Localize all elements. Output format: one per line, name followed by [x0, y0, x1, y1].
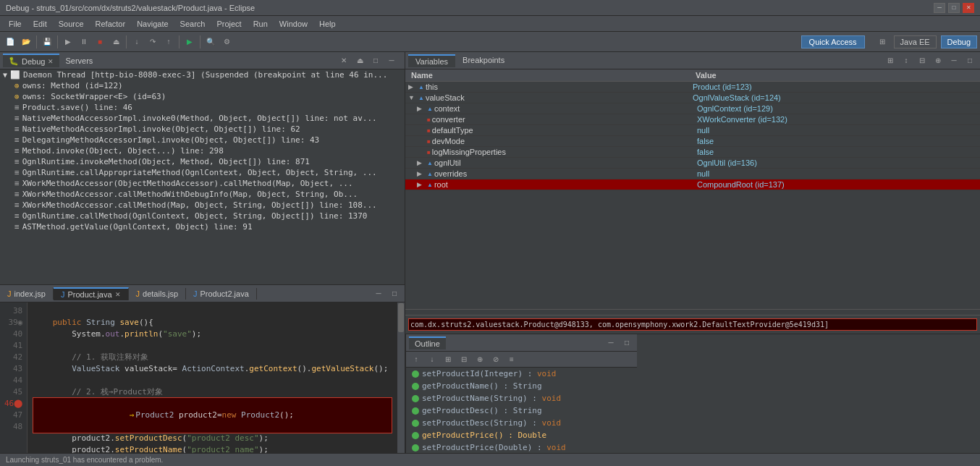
vars-icon4[interactable]: ⊕	[931, 54, 945, 68]
var-row-ognlutil[interactable]: ▶ ▲ ognlUtil OgnlUtil (id=136)	[405, 158, 980, 169]
settings-button[interactable]: ⚙	[219, 35, 234, 49]
var-row-context[interactable]: ▶ ▲ context OgnlContext (id=129)	[405, 103, 980, 114]
code-area[interactable]: public String save(){ System.out.println…	[28, 302, 397, 459]
run-button[interactable]: ▶	[182, 35, 197, 49]
expand-context[interactable]: ▶	[417, 105, 426, 112]
quick-access-button[interactable]: Quick Access	[801, 35, 865, 48]
outline-item-setProductId[interactable]: setProductId(Integer) : void	[406, 368, 637, 380]
owns-method-item[interactable]: ⊛ owns: Method (id=122)	[0, 80, 405, 91]
disconnect-debug-button[interactable]: ⏏	[352, 54, 367, 68]
expand-overrides[interactable]: ▶	[417, 170, 426, 177]
debug-perspective[interactable]: Debug	[941, 35, 977, 48]
tab-index-jsp[interactable]: J index.jsp	[0, 288, 54, 300]
stack-xwork2[interactable]: ≡ XWorkMethodAccessor.callMethodWithDebu…	[0, 189, 405, 200]
outline-tool5[interactable]: ⊕	[473, 352, 487, 367]
menu-file[interactable]: File	[3, 18, 28, 30]
minimize-debug-button[interactable]: ─	[384, 54, 399, 68]
stack-ognlruntime3[interactable]: ≡ OgnlRuntime.callMethod(OgnlContext, Ob…	[0, 211, 405, 221]
editor-minimize-btn[interactable]: ─	[371, 287, 386, 301]
owns-socket-item[interactable]: ⊛ owns: SocketWrapper<E> (id=63)	[0, 91, 405, 102]
outline-tool6[interactable]: ⊘	[489, 352, 503, 367]
stack-product-save[interactable]: ≡ Product.save() line: 46	[0, 102, 405, 113]
remove-debug-button[interactable]: ✕	[337, 54, 351, 68]
expand-valuestack[interactable]: ▼	[408, 94, 417, 101]
save-button[interactable]: 💾	[40, 35, 54, 49]
outline-item-setProductName[interactable]: setProductName(String) : void	[406, 392, 637, 404]
vars-icon1[interactable]: ⊞	[883, 54, 897, 68]
tab-outline[interactable]: Outline	[409, 336, 446, 350]
stack-native1[interactable]: ≡ NativeMethodAccessorImpl.invoke0(Metho…	[0, 113, 405, 124]
outline-item-getProductPrice[interactable]: getProductPrice() : Double	[406, 429, 637, 441]
expand-this[interactable]: ▶	[408, 83, 417, 90]
menu-edit[interactable]: Edit	[28, 18, 53, 30]
var-row-root[interactable]: ▶ ▲ root CompoundRoot (id=137)	[405, 179, 980, 190]
debug-tab-close[interactable]: ✕	[48, 58, 54, 65]
menu-help[interactable]: Help	[313, 18, 342, 30]
outline-item-setProductDesc[interactable]: setProductDesc(String) : void	[406, 417, 637, 429]
editor-vscroll-thumb[interactable]	[398, 303, 404, 332]
debug-stop-button[interactable]: ■	[93, 35, 107, 49]
debug-tab[interactable]: 🐛 Debug ✕	[3, 54, 59, 67]
var-row-overrides[interactable]: ▶ ▲ overrides null	[405, 169, 980, 179]
menu-project[interactable]: Project	[211, 18, 247, 30]
outline-max[interactable]: □	[620, 336, 634, 350]
stack-ognlruntime1[interactable]: ≡ OgnlRuntime.invokeMethod(Object, Metho…	[0, 156, 405, 167]
search-button[interactable]: 🔍	[203, 35, 218, 49]
tab-details-jsp[interactable]: J details.jsp	[129, 288, 186, 300]
debug-suspend-button[interactable]: ⏸	[77, 35, 91, 49]
outline-tool4[interactable]: ⊟	[457, 352, 471, 367]
stack-native2[interactable]: ≡ NativeMethodAccessorImpl.invoke(Object…	[0, 124, 405, 135]
outline-min[interactable]: ─	[604, 336, 618, 350]
menu-search[interactable]: Search	[174, 18, 211, 30]
menu-refactor[interactable]: Refactor	[90, 18, 132, 30]
var-row-converter[interactable]: ■ converter XWorkConverter (id=132)	[405, 114, 980, 125]
maximize-button[interactable]: □	[948, 3, 960, 13]
outline-tool7[interactable]: ≡	[504, 352, 519, 367]
outline-item-getProductName[interactable]: getProductName() : String	[406, 380, 637, 392]
servers-tab[interactable]: Servers	[59, 55, 98, 67]
var-row-this[interactable]: ▶ ▲ this Product (id=123)	[405, 82, 980, 93]
stack-xwork3[interactable]: ≡ XWorkMethodAccessor.callMethod(Map, Ob…	[0, 200, 405, 211]
vars-icon2[interactable]: ↕	[899, 54, 913, 68]
step-into-button[interactable]: ↓	[130, 35, 144, 49]
product-java-close[interactable]: ✕	[115, 291, 121, 298]
stack-method[interactable]: ≡ Method.invoke(Object, Object...) line:…	[0, 145, 405, 156]
tab-product2-java[interactable]: J Product2.java	[186, 288, 257, 300]
step-over-button[interactable]: ↷	[145, 35, 160, 49]
open-button[interactable]: 📂	[19, 35, 33, 49]
stack-delegating[interactable]: ≡ DelegatingMethodAccessorImpl.invoke(Ob…	[0, 135, 405, 145]
vars-minimize[interactable]: ─	[947, 54, 961, 68]
outline-item-getProductDesc[interactable]: getProductDesc() : String	[406, 404, 637, 417]
vars-maximize[interactable]: □	[963, 54, 977, 68]
tab-breakpoints[interactable]: Breakpoints	[455, 54, 512, 67]
stack-astmethod[interactable]: ≡ ASTMethod.getValue(OgnlContext, Object…	[0, 221, 405, 232]
var-row-defaulttype[interactable]: ■ defaultType null	[405, 125, 980, 136]
expand-root[interactable]: ▶	[417, 181, 426, 188]
menu-navigate[interactable]: Navigate	[131, 18, 174, 30]
debug-disconnect-button[interactable]: ⏏	[109, 35, 123, 49]
minimize-button[interactable]: ─	[934, 3, 945, 13]
new-button[interactable]: 📄	[3, 35, 17, 49]
var-row-logmissing[interactable]: ■ logMissingProperties false	[405, 147, 980, 158]
thread-item[interactable]: ▼ ⬜ Daemon Thread [http-bio-8080-exec-3]…	[0, 69, 405, 80]
outline-tool1[interactable]: ↑	[409, 352, 423, 367]
debug-tree[interactable]: ▼ ⬜ Daemon Thread [http-bio-8080-exec-3]…	[0, 69, 405, 284]
menu-window[interactable]: Window	[274, 18, 313, 30]
expand-debug-button[interactable]: □	[368, 54, 383, 68]
menu-run[interactable]: Run	[248, 18, 274, 30]
vars-icon3[interactable]: ⊟	[915, 54, 929, 68]
outline-item-setProductPrice[interactable]: setProductPrice(Double) : void	[406, 441, 637, 454]
tab-variables[interactable]: Variables	[408, 54, 455, 67]
vars-hscroll[interactable]	[405, 309, 980, 315]
outline-tool3[interactable]: ⊞	[441, 352, 455, 367]
java-ee-perspective[interactable]: Java EE	[894, 35, 937, 48]
debug-resume-button[interactable]: ▶	[61, 35, 75, 49]
editor-vscroll[interactable]	[397, 302, 405, 459]
var-row-devmode[interactable]: ■ devMode false	[405, 136, 980, 147]
menu-source[interactable]: Source	[53, 18, 90, 30]
editor-maximize-btn[interactable]: □	[387, 287, 402, 301]
stack-ognlruntime2[interactable]: ≡ OgnlRuntime.callAppropriateMethod(Ognl…	[0, 167, 405, 178]
tab-product-java[interactable]: J Product.java ✕	[54, 287, 129, 300]
step-return-button[interactable]: ↑	[161, 35, 176, 49]
perspective-settings[interactable]: ⊞	[875, 35, 890, 49]
